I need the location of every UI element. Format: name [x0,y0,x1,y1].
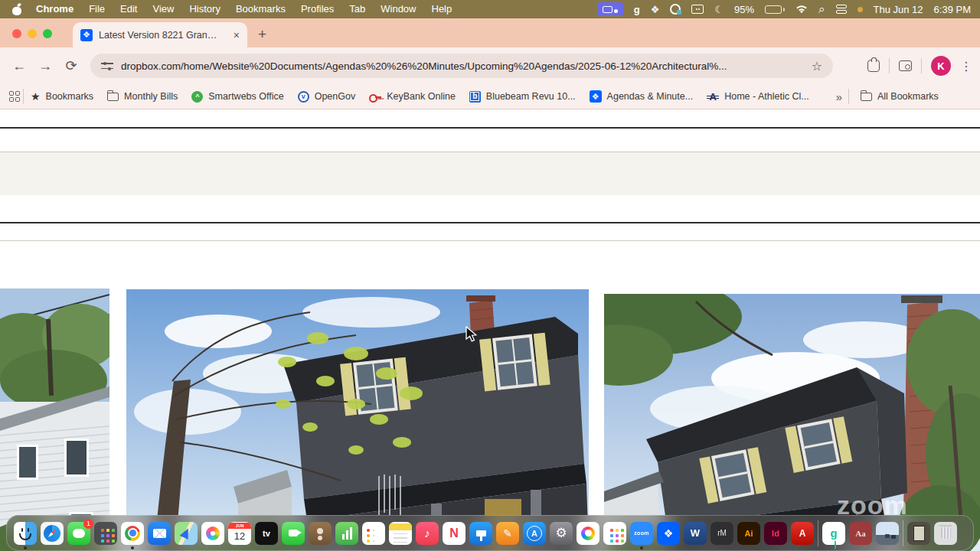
dock-dropbox-icon[interactable]: ❖ [657,522,680,545]
maximize-window-button[interactable] [43,29,52,38]
mouse-cursor [466,326,478,343]
apple-logo-icon[interactable] [12,4,22,15]
side-panel-search-icon[interactable] [899,60,912,71]
fast-user-switch-icon[interactable] [836,5,847,14]
bookmark-home-athletic-club[interactable]: AHome - Athletic Cl... [700,91,815,103]
bookmark-bookmarks-folder[interactable]: ★Bookmarks [24,90,100,103]
profile-avatar[interactable]: K [931,56,951,76]
reload-button[interactable]: ⟳ [58,57,84,74]
dock-acrobat-icon[interactable]: A [791,522,814,545]
dock-trash-icon[interactable] [934,522,957,545]
house-photo-left-image [0,289,109,551]
battery-icon[interactable] [765,5,785,14]
bookmark-monthly-bills[interactable]: Monthly Bills [100,91,185,102]
menu-history[interactable]: History [181,0,227,18]
menu-help[interactable]: Help [424,0,460,18]
document-rule [0,240,980,241]
site-settings-icon[interactable] [101,61,113,70]
house-photo-left[interactable] [0,289,109,551]
bookmark-smartwebs-office[interactable]: ^Smartwebs Office [185,91,290,103]
window-manager-menubar-icon[interactable] [691,5,704,14]
dock-launchpad-icon[interactable] [94,522,117,545]
dock-grammarly-icon[interactable]: g [822,522,845,545]
dock-dictionary-icon[interactable]: Aa [849,522,872,545]
bookmarks-overflow-chevron[interactable]: » [830,90,848,103]
chrome-menu-icon[interactable]: ⋮ [960,59,972,73]
grammarly-menubar-icon[interactable]: g [634,4,640,15]
dock-document-stack-icon[interactable] [907,522,930,545]
dock-numbers-icon[interactable] [335,522,358,545]
bookmark-bluebeam-revu[interactable]: bBluebeam Revu 10... [462,91,583,103]
focus-moon-icon[interactable]: ☾ [714,4,724,15]
screen-sharing-indicator-icon[interactable] [597,2,623,16]
bookmark-keybank-online[interactable]: KeyBank Online [362,91,462,102]
menu-tab[interactable]: Tab [341,0,373,18]
menubar-time[interactable]: 6:39 PM [934,4,971,15]
all-bookmarks-folder[interactable]: All Bookmarks [854,91,946,102]
new-tab-button[interactable]: + [258,26,266,43]
dock-illustrator-icon[interactable]: Ai [737,522,760,545]
tab-close-icon[interactable]: × [234,29,240,41]
dock-chrome-icon[interactable] [121,522,144,545]
dock-mail-icon[interactable] [148,522,171,545]
close-window-button[interactable] [12,29,21,38]
dock-safari-icon[interactable] [41,522,64,545]
address-bar[interactable]: dropbox.com/home/Website%20Documents/Age… [90,54,833,78]
dock-keynote-icon[interactable] [469,522,492,545]
menubar-date[interactable]: Thu Jun 12 [874,4,923,15]
dock-photo-preview-icon[interactable] [876,522,899,545]
dock-notes-icon[interactable] [389,522,412,545]
dock-appstore-icon[interactable]: A [523,522,546,545]
dock-news-icon[interactable]: N [443,522,466,545]
menu-profiles[interactable]: Profiles [293,0,341,18]
minimize-window-button[interactable] [28,29,37,38]
spotlight-search-icon[interactable]: ⌕ [818,2,825,16]
house-photo-right[interactable] [604,294,980,551]
bookmark-star-icon[interactable]: ☆ [812,59,822,73]
dock-separator [903,520,903,546]
dock-messages-icon[interactable]: 1 [67,522,90,545]
forward-button[interactable]: → [32,58,58,74]
house-photo-middle[interactable] [126,289,589,551]
dock-contacts-icon[interactable] [309,522,332,545]
dock-finder-icon[interactable] [14,522,37,545]
dock-zoom-icon[interactable]: zoom [630,522,653,545]
bookmark-agendas-minutes[interactable]: ❖Agendas & Minute... [583,90,701,103]
bookmark-opengov[interactable]: vOpenGov [291,91,363,103]
menu-chrome[interactable]: Chrome [28,0,81,18]
creative-cloud-menubar-icon[interactable] [670,4,681,15]
dock-word-icon[interactable]: W [684,522,707,545]
dock-indesign-icon[interactable]: Id [764,522,787,545]
wifi-icon[interactable] [795,5,808,14]
dock-maps-icon[interactable] [175,522,198,545]
dock-appletv-icon[interactable]: tv [255,522,278,545]
apps-grid-icon[interactable] [9,91,20,102]
active-tab[interactable]: ❖ Latest Version 8221 Grandon × [73,22,247,47]
dropbox-document-preview[interactable] [0,110,980,551]
smartwebs-icon: ^ [191,91,203,103]
dropbox-menubar-icon[interactable]: ❖ [651,4,660,15]
extensions-icon[interactable] [867,60,880,72]
dock-photos-icon[interactable] [201,522,224,545]
menu-file[interactable]: File [81,0,113,18]
dock-pages-icon[interactable]: ✎ [496,522,519,545]
document-gray-band [0,152,980,195]
back-button[interactable]: ← [6,58,32,74]
menu-view[interactable]: View [145,0,181,18]
dock-reminders-icon[interactable] [362,522,385,545]
dock-creative-cloud-icon[interactable] [577,522,599,545]
url-text[interactable]: dropbox.com/home/Website%20Documents/Age… [121,60,804,72]
dock-remarkable-icon[interactable]: rM [710,522,733,545]
dock-music-icon[interactable]: ♪ [416,522,439,545]
menu-window[interactable]: Window [373,0,423,18]
mic-in-use-dot [858,7,863,12]
dock-facetime-icon[interactable] [282,522,305,545]
folder-icon [107,93,119,101]
dock-app-grid-icon[interactable] [603,522,626,545]
dock-settings-icon[interactable]: ⚙ [550,522,573,545]
menu-bookmarks[interactable]: Bookmarks [228,0,293,18]
dock-calendar-icon[interactable]: JUN12 [228,522,251,545]
athletic-club-icon: A [707,91,719,103]
menu-edit[interactable]: Edit [113,0,145,18]
document-rule [0,127,980,129]
